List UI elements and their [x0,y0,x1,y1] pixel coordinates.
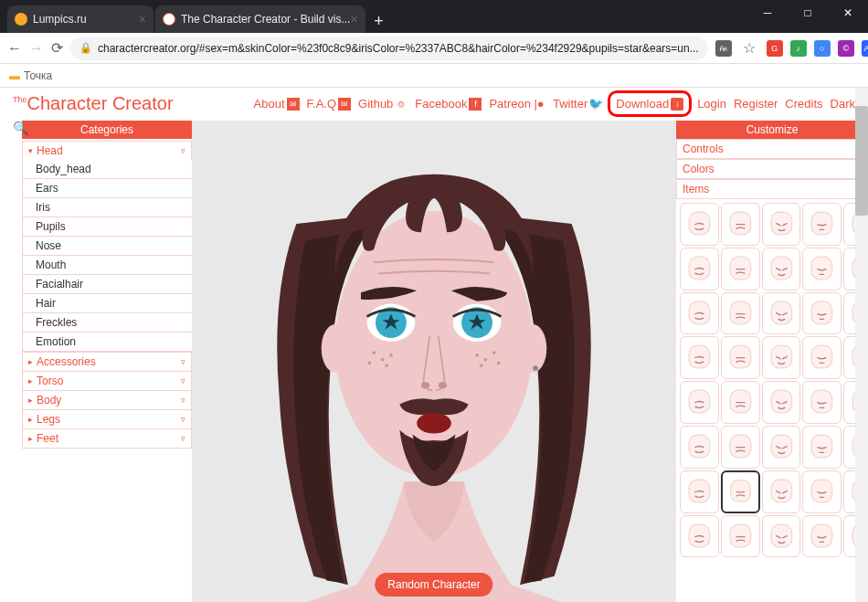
emotion-item[interactable] [680,292,719,335]
emotion-item[interactable] [680,381,719,424]
character-canvas[interactable]: Random Character [192,121,676,602]
bookmark-bar: ▬ Точка [0,64,868,88]
star-icon[interactable]: ☆ [739,38,759,58]
random-character-button[interactable]: Random Character [375,573,492,597]
category-item[interactable]: Mouth [22,256,192,275]
close-icon[interactable]: × [139,12,146,26]
logo[interactable]: TheCharacter Creator [13,93,174,114]
emotion-item[interactable] [762,426,801,469]
back-button[interactable]: ← [7,38,22,58]
category-group-head[interactable]: ▾ Head▿ [22,141,192,160]
emotion-item[interactable] [680,336,719,379]
nav-faq[interactable]: F.A.Q✉ [307,97,352,111]
ext-icon-4[interactable]: © [838,40,854,57]
category-item[interactable]: Emotion [22,333,192,352]
emotion-item[interactable] [680,248,719,290]
category-group-body[interactable]: ▸ Body▿ [22,390,192,409]
emotion-item[interactable] [802,292,842,335]
category-group-legs[interactable]: ▸ Legs▿ [22,409,192,428]
emotion-item[interactable] [762,470,801,513]
category-item[interactable]: Facialhair [22,275,192,294]
emotion-item[interactable] [721,515,760,558]
emotion-item[interactable] [802,470,842,513]
svg-point-11 [389,354,393,357]
emotion-item[interactable] [802,515,842,558]
category-item[interactable]: Hair [22,294,192,313]
minimize-button[interactable]: ─ [747,0,788,26]
emotion-item[interactable] [762,336,801,379]
forward-button[interactable]: → [29,38,44,58]
nav-twitter[interactable]: Twitter🐦 [553,97,602,111]
nav-download[interactable]: Download↓ [608,90,692,117]
svg-rect-54 [811,480,832,502]
close-icon[interactable]: × [350,12,357,26]
nav-dark[interactable]: Dark [831,97,855,111]
category-item[interactable]: Nose [22,237,192,256]
close-window-button[interactable]: ✕ [828,0,868,26]
nav-facebook[interactable]: Facebookf [415,97,482,111]
translate-icon[interactable]: 🗛 [715,40,732,57]
section-controls[interactable]: Controls▿ [676,139,868,159]
svg-point-14 [484,358,488,362]
category-item[interactable]: Body_head [22,160,192,179]
ext-icon-1[interactable]: G [767,40,783,57]
category-item[interactable]: Pupils [22,217,192,237]
category-group-accessories[interactable]: ▸ Accessories▿ [22,352,192,371]
category-group-feet[interactable]: ▸ Feet▿ [22,428,192,449]
category-group-torso[interactable]: ▸ Torso▿ [22,371,192,390]
emotion-item[interactable] [802,426,842,469]
emotion-item[interactable] [762,203,801,246]
url-field[interactable]: 🔒 charactercreator.org/#sex=m&skinColor=… [70,37,708,60]
category-item[interactable]: Ears [22,179,192,198]
right-sidebar: Customize Controls▿ Colors▵ Items [676,88,868,602]
emotion-item[interactable] [721,336,760,379]
nav-login[interactable]: Login [697,97,726,111]
category-item[interactable]: Freckles [22,313,192,333]
scrollbar[interactable] [855,88,868,602]
browser-tab-inactive[interactable]: Lumpics.ru × [7,5,153,33]
scroll-thumb[interactable] [855,106,868,216]
section-items[interactable]: Items [676,179,868,199]
section-colors[interactable]: Colors▵ [676,159,868,179]
nav-patreon[interactable]: Patreon|● [489,97,545,111]
emotion-item[interactable] [680,515,719,558]
emotion-item[interactable] [721,426,760,469]
svg-rect-28 [771,257,792,280]
svg-rect-22 [730,212,751,235]
new-tab-button[interactable]: + [367,9,391,33]
ext-icon-3[interactable]: ○ [814,40,831,57]
ext-icon-5[interactable]: AD [862,40,868,57]
emotion-item[interactable] [721,292,760,335]
category-item[interactable]: Iris [22,198,192,217]
svg-rect-44 [811,390,832,413]
nav-credits[interactable]: Credits [785,97,822,111]
emotion-item[interactable] [762,515,801,558]
emotion-item[interactable] [721,203,760,246]
emotion-item[interactable] [762,292,801,335]
emotion-item[interactable] [680,470,719,513]
emotion-item[interactable] [680,203,719,246]
emotion-item[interactable] [721,248,760,290]
nav-about[interactable]: About✉ [254,97,300,111]
window-controls: ─ □ ✕ [747,0,868,26]
emotion-item[interactable] [721,381,760,424]
emotion-item[interactable] [802,203,842,246]
chevron-icon: ▸ [28,396,33,405]
nav-register[interactable]: Register [734,97,778,111]
browser-tab-active[interactable]: The Character Creator - Build vis... × [155,5,365,33]
search-icon[interactable]: 🔍 [13,121,28,135]
emotion-item[interactable] [721,470,760,513]
svg-rect-49 [811,435,832,458]
ext-icon-2[interactable]: ♪ [790,40,807,57]
emotion-item[interactable] [802,336,842,379]
emotion-item[interactable] [762,381,801,424]
reload-button[interactable]: ⟳ [51,38,63,58]
bookmark-item[interactable]: ▬ Точка [9,69,52,82]
character-illustration [192,121,676,602]
emotion-item[interactable] [802,248,842,290]
maximize-button[interactable]: □ [788,0,828,26]
emotion-item[interactable] [802,381,842,424]
nav-github[interactable]: Github⌾ [358,97,408,111]
emotion-item[interactable] [762,248,801,290]
emotion-item[interactable] [680,426,719,469]
